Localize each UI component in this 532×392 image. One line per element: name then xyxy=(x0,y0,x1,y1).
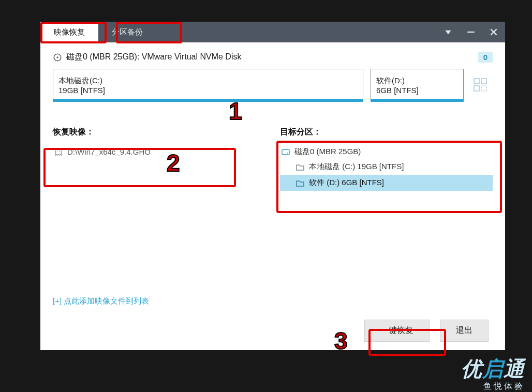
tab-image-restore[interactable]: 映像恢复 xyxy=(40,22,98,42)
gho-file-path: D:\Win7_x64c_9.4.GHO xyxy=(67,147,151,156)
disk-index-badge: 0 xyxy=(478,52,493,63)
svg-rect-5 xyxy=(474,86,479,91)
restore-image-panel: 恢复映像： D:\Win7_x64c_9.4.GHO [+] 点此添加映像文件到… xyxy=(53,127,265,320)
disk-summary: 磁盘0 (MBR 25GB): VMware Virtual NVMe Disk… xyxy=(53,52,493,63)
brand-logo: 优启通 鱼悦体验 xyxy=(461,355,525,392)
brand-char-3: 通 xyxy=(504,357,525,380)
ghost-icon xyxy=(54,147,63,156)
partition-bar: 本地磁盘(C:) 19GB [NTFS] 软件(D:) 6GB [NTFS] xyxy=(53,69,493,102)
svg-point-8 xyxy=(59,150,60,152)
exit-button[interactable]: 退出 xyxy=(440,320,489,342)
minimize-button[interactable] xyxy=(460,22,482,42)
svg-rect-6 xyxy=(481,86,486,91)
tree-partition-d-label: 软件 (D:) 6GB [NTFS] xyxy=(309,178,384,188)
unallocated-icon xyxy=(473,78,489,93)
unallocated-space[interactable] xyxy=(471,69,491,102)
partition-c-size: 19GB [NTFS] xyxy=(58,86,358,95)
svg-point-2 xyxy=(56,56,58,58)
dropdown-button[interactable] xyxy=(437,22,460,42)
app-window: 映像恢复 分区备份 磁盘0 (MBR 25GB): VMware Virtual… xyxy=(40,22,505,350)
tab-partition-backup[interactable]: 分区备份 xyxy=(98,22,156,42)
target-partition-panel: 目标分区： 磁盘0 (MBR 25GB) 本地磁盘 (C:) 19GB [NTF… xyxy=(280,127,493,320)
add-image-link[interactable]: [+] 点此添加映像文件到列表 xyxy=(53,296,265,306)
brand-subtitle: 鱼悦体验 xyxy=(461,381,525,392)
partition-c-name: 本地磁盘(C:) xyxy=(58,76,358,86)
svg-rect-4 xyxy=(481,79,486,84)
partition-d[interactable]: 软件(D:) 6GB [NTFS] xyxy=(371,69,464,102)
folder-icon xyxy=(295,162,305,172)
tree-partition-c-label: 本地磁盘 (C:) 19GB [NTFS] xyxy=(309,162,404,172)
tree-partition-c[interactable]: 本地磁盘 (C:) 19GB [NTFS] xyxy=(280,159,493,175)
gho-file-row[interactable]: D:\Win7_x64c_9.4.GHO xyxy=(53,145,265,158)
close-icon xyxy=(489,27,498,37)
tree-disk-root[interactable]: 磁盘0 (MBR 25GB) xyxy=(280,145,493,159)
partition-c[interactable]: 本地磁盘(C:) 19GB [NTFS] xyxy=(53,69,363,102)
brand-char-2: 启 xyxy=(482,357,504,380)
svg-rect-9 xyxy=(282,149,289,155)
partition-d-size: 6GB [NTFS] xyxy=(376,86,458,95)
svg-rect-0 xyxy=(467,32,475,33)
brand-char-1: 优 xyxy=(461,357,482,380)
svg-rect-3 xyxy=(474,79,479,84)
close-button[interactable] xyxy=(482,22,505,42)
svg-point-7 xyxy=(57,150,58,152)
triangle-down-icon xyxy=(444,27,453,37)
disk-icon xyxy=(53,53,62,62)
tree-disk-root-label: 磁盘0 (MBR 25GB) xyxy=(294,147,361,157)
one-click-restore-button[interactable]: 一键恢复 xyxy=(364,320,430,342)
target-partition-title: 目标分区： xyxy=(280,127,493,138)
tree-partition-d[interactable]: 软件 (D:) 6GB [NTFS] xyxy=(280,175,493,191)
footer-buttons: 一键恢复 退出 xyxy=(53,320,493,342)
disk-label: 磁盘0 (MBR 25GB): VMware Virtual NVMe Disk xyxy=(66,52,241,63)
content-area: 磁盘0 (MBR 25GB): VMware Virtual NVMe Disk… xyxy=(40,42,505,350)
drive-icon xyxy=(281,147,290,157)
minimize-icon xyxy=(466,27,476,37)
folder-icon xyxy=(295,178,305,188)
svg-point-10 xyxy=(287,153,288,154)
titlebar: 映像恢复 分区备份 xyxy=(40,22,505,42)
panels: 恢复映像： D:\Win7_x64c_9.4.GHO [+] 点此添加映像文件到… xyxy=(53,127,493,320)
restore-image-title: 恢复映像： xyxy=(53,127,265,138)
partition-d-name: 软件(D:) xyxy=(376,76,458,86)
